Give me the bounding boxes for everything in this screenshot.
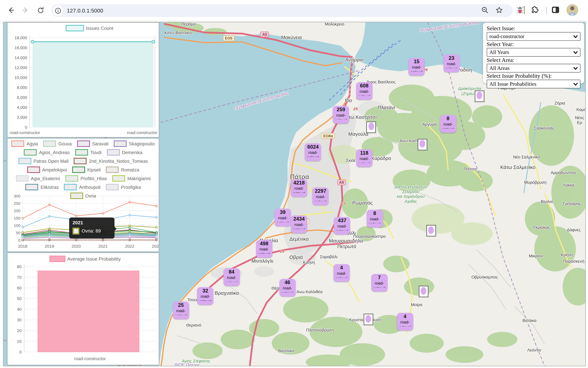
legend-item-Skagiopoulio[interactable]: Skagiopoulio bbox=[114, 140, 155, 147]
legend-label: Demenika bbox=[122, 150, 142, 155]
road-shield-ΕΟ5: ΕΟ5 bbox=[223, 35, 234, 41]
cluster-marker-2434[interactable]: 2434road-nstruct bbox=[291, 215, 307, 233]
legend-item-Elikistras[interactable]: Elikistras bbox=[25, 184, 59, 190]
svg-text:Issues Count: Issues Count bbox=[86, 26, 114, 31]
legend-label: Agia_Ekaterini bbox=[31, 176, 60, 181]
forward-icon[interactable] bbox=[20, 5, 30, 15]
chevron-down-icon bbox=[573, 35, 578, 38]
point-marker[interactable] bbox=[366, 121, 376, 133]
zoom-icon[interactable] bbox=[481, 6, 489, 16]
legend-label: Ovria bbox=[85, 193, 96, 199]
cluster-marker-437[interactable]: 437road-nstruct bbox=[334, 217, 350, 235]
legend-item-Agia_Ekaterini[interactable]: Agia_Ekaterini bbox=[16, 175, 60, 182]
legend-item-Kipseli[interactable]: Kipseli bbox=[72, 166, 101, 173]
cluster-marker-25[interactable]: 25road-nstruct bbox=[173, 302, 189, 320]
back-icon[interactable] bbox=[6, 5, 16, 15]
road-number-label: 25 bbox=[353, 107, 358, 111]
legend-item-Agios_Andreas[interactable]: Agios_Andreas bbox=[24, 149, 70, 156]
cluster-count: 8 bbox=[442, 115, 454, 122]
cluster-marker-4[interactable]: 4road-nstruct bbox=[333, 264, 350, 282]
point-marker[interactable] bbox=[417, 139, 427, 150]
legend-label: Kipseli bbox=[87, 167, 101, 173]
bookmark-star-icon[interactable] bbox=[495, 6, 503, 16]
cluster-marker-4[interactable]: 4road-nstruct bbox=[397, 313, 413, 331]
cluster-count: 8 bbox=[369, 210, 381, 216]
point-marker[interactable] bbox=[363, 314, 373, 325]
legend-swatch bbox=[24, 149, 37, 156]
filter-select-0[interactable]: road-constructor bbox=[487, 32, 580, 41]
cluster-marker-15[interactable]: 15road-nstruct bbox=[408, 58, 425, 76]
legend-item-Anthoupoli[interactable]: Anthoupoli bbox=[64, 184, 101, 190]
cluster-issue-label-clipped: nstruct bbox=[258, 252, 270, 253]
legend-item-Romatza[interactable]: Romatza bbox=[106, 166, 139, 173]
profile-avatar[interactable] bbox=[566, 4, 578, 16]
legend-label: Skagiopoulio bbox=[129, 141, 155, 146]
point-marker[interactable] bbox=[474, 90, 484, 102]
cluster-marker-7[interactable]: 7road-nstruct bbox=[371, 274, 388, 292]
url-text[interactable]: 127.0.0.1:5000 bbox=[67, 8, 103, 14]
cluster-marker-8[interactable]: 8road-nstruct bbox=[367, 210, 383, 227]
legend-item-Profitis_Hlias[interactable]: Profitis_Hlias bbox=[65, 175, 107, 182]
legend-swatch bbox=[27, 166, 40, 173]
legend-item-Patras Open Mall[interactable]: Patras Open Mall bbox=[18, 158, 68, 164]
toolbar-divider bbox=[546, 7, 547, 14]
filter-select-3[interactable]: All Issue Probabilities bbox=[487, 80, 580, 88]
cluster-marker-8[interactable]: 8road-nstruct bbox=[440, 115, 456, 133]
extension-bug-icon[interactable] bbox=[517, 5, 526, 17]
legend-item-Ampelokipoi[interactable]: Ampelokipoi bbox=[27, 166, 67, 173]
point-marker[interactable] bbox=[419, 286, 428, 297]
point-marker[interactable] bbox=[426, 225, 436, 237]
cluster-marker-4218[interactable]: 4218road-nstruct bbox=[291, 179, 307, 197]
screen: 127.0.0.1:5000 bbox=[0, 0, 588, 368]
legend-item-Agyia[interactable]: Agyia bbox=[11, 140, 38, 147]
cluster-marker-84[interactable]: 84road-nstruct bbox=[223, 268, 240, 286]
cluster-issue-label-clipped: nstruct bbox=[281, 291, 294, 293]
cluster-issue-label-clipped: nstruct bbox=[276, 220, 289, 222]
cluster-count: 437 bbox=[336, 217, 348, 224]
cluster-marker-39[interactable]: 39road-nstruct bbox=[275, 209, 291, 226]
legend-item-Demenika[interactable]: Demenika bbox=[107, 149, 142, 156]
legend-item-Tsivdi[interactable]: Tsivdi bbox=[75, 149, 102, 156]
cluster-issue-label-clipped: nstruct bbox=[335, 118, 347, 119]
svg-text:0: 0 bbox=[19, 350, 21, 354]
filter-select-2[interactable]: All Areas bbox=[487, 64, 580, 73]
legend-item-Makrigianni[interactable]: Makrigianni bbox=[112, 175, 151, 182]
svg-text:60: 60 bbox=[17, 286, 22, 290]
cluster-marker-32[interactable]: 32road-nstruct bbox=[197, 287, 214, 305]
areas-line-chart-legend: AgyiaGouvaSaravaliSkagiopoulioAgios_Andr… bbox=[10, 140, 156, 199]
cluster-count: 15 bbox=[410, 58, 423, 65]
cluster-issue-label-clipped: nstruct bbox=[445, 66, 458, 68]
legend-item-Ovria[interactable]: Ovria bbox=[70, 193, 96, 199]
cluster-marker-23[interactable]: 23road-nstruct bbox=[444, 55, 460, 73]
svg-text:50: 50 bbox=[16, 230, 20, 235]
legend-item-2nd_Kinotita_Notios_Tomeas[interactable]: 2nd_Kinotita_Notios_Tomeas bbox=[74, 158, 148, 164]
legend-item-Gouva[interactable]: Gouva bbox=[43, 140, 72, 147]
cluster-issue-label: road- bbox=[175, 308, 187, 313]
cluster-issue-label-clipped: nstruct bbox=[293, 191, 305, 193]
point-marker-dot bbox=[428, 226, 434, 234]
cluster-marker-46[interactable]: 46road-nstruct bbox=[279, 279, 295, 297]
cluster-marker-2297[interactable]: 2297road-nstruct bbox=[313, 188, 329, 205]
areas-line-chart-panel: 0501001502002503002018201920202021202220… bbox=[7, 138, 159, 252]
filter-select-1[interactable]: All Years bbox=[487, 48, 580, 57]
legend-item-Prosfigika[interactable]: Prosfigika bbox=[106, 184, 141, 190]
legend-item-Saravali[interactable]: Saravali bbox=[77, 140, 109, 147]
cluster-issue-label-clipped: nstruct bbox=[369, 221, 381, 223]
svg-text:70: 70 bbox=[17, 275, 22, 280]
address-bar[interactable]: 127.0.0.1:5000 bbox=[51, 4, 513, 17]
cluster-issue-label: road- bbox=[307, 150, 319, 155]
svg-text:road-constructor: road-constructor bbox=[10, 130, 40, 135]
svg-text:250: 250 bbox=[14, 201, 20, 206]
reload-icon[interactable] bbox=[36, 5, 45, 15]
cluster-issue-label: road- bbox=[293, 186, 305, 191]
road-number-label: 27 bbox=[341, 201, 346, 205]
cluster-marker-6024[interactable]: 6024road-nstruct bbox=[305, 143, 321, 161]
cluster-marker-118[interactable]: 118road-nstruct bbox=[356, 149, 372, 167]
extensions-puzzle-icon[interactable] bbox=[531, 6, 539, 16]
site-info-icon[interactable] bbox=[53, 5, 63, 16]
cluster-marker-498[interactable]: 498road-nstruct bbox=[256, 240, 272, 258]
cluster-marker-259[interactable]: 259road-nstruct bbox=[333, 106, 349, 124]
cluster-marker-608[interactable]: 608road-nstruct bbox=[356, 82, 372, 100]
sidebar-toggle-icon[interactable] bbox=[551, 6, 560, 15]
cluster-issue-label: road- bbox=[369, 216, 381, 221]
